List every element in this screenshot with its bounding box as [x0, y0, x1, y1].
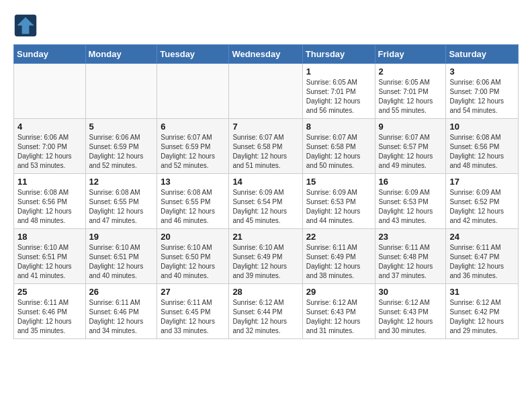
calendar-cell: 18Sunrise: 6:10 AM Sunset: 6:51 PM Dayli… [14, 229, 86, 284]
calendar-cell: 2Sunrise: 6:05 AM Sunset: 7:01 PM Daylig… [375, 64, 446, 119]
day-number: 28 [232, 287, 298, 297]
calendar-table: SundayMondayTuesdayWednesdayThursdayFrid… [13, 44, 519, 339]
calendar-cell: 24Sunrise: 6:11 AM Sunset: 6:47 PM Dayli… [446, 229, 519, 284]
day-detail: Sunrise: 6:10 AM Sunset: 6:49 PM Dayligh… [232, 243, 298, 281]
calendar-cell: 15Sunrise: 6:09 AM Sunset: 6:53 PM Dayli… [302, 174, 375, 229]
calendar-header-row: SundayMondayTuesdayWednesdayThursdayFrid… [14, 45, 519, 64]
day-detail: Sunrise: 6:06 AM Sunset: 7:00 PM Dayligh… [449, 78, 515, 116]
calendar-cell: 1Sunrise: 6:05 AM Sunset: 7:01 PM Daylig… [302, 64, 375, 119]
calendar-cell [157, 64, 229, 119]
day-detail: Sunrise: 6:09 AM Sunset: 6:53 PM Dayligh… [306, 188, 371, 226]
day-detail: Sunrise: 6:09 AM Sunset: 6:53 PM Dayligh… [379, 188, 443, 226]
calendar-cell: 13Sunrise: 6:08 AM Sunset: 6:55 PM Dayli… [157, 174, 229, 229]
day-number: 11 [17, 177, 82, 187]
calendar-cell: 16Sunrise: 6:09 AM Sunset: 6:53 PM Dayli… [375, 174, 446, 229]
calendar-cell: 8Sunrise: 6:07 AM Sunset: 6:58 PM Daylig… [302, 119, 375, 174]
calendar-cell: 31Sunrise: 6:12 AM Sunset: 6:42 PM Dayli… [446, 284, 519, 339]
day-detail: Sunrise: 6:08 AM Sunset: 6:55 PM Dayligh… [89, 188, 154, 226]
logo [13, 13, 40, 38]
calendar-cell: 9Sunrise: 6:07 AM Sunset: 6:57 PM Daylig… [375, 119, 446, 174]
calendar-cell [85, 64, 157, 119]
col-header-thursday: Thursday [302, 45, 375, 64]
calendar-cell: 14Sunrise: 6:09 AM Sunset: 6:54 PM Dayli… [229, 174, 302, 229]
day-detail: Sunrise: 6:07 AM Sunset: 6:58 PM Dayligh… [232, 133, 298, 171]
day-detail: Sunrise: 6:11 AM Sunset: 6:45 PM Dayligh… [161, 298, 225, 336]
day-detail: Sunrise: 6:05 AM Sunset: 7:01 PM Dayligh… [306, 78, 371, 116]
day-detail: Sunrise: 6:11 AM Sunset: 6:48 PM Dayligh… [379, 243, 443, 281]
day-detail: Sunrise: 6:06 AM Sunset: 7:00 PM Dayligh… [17, 133, 82, 171]
day-number: 19 [89, 232, 154, 242]
day-detail: Sunrise: 6:12 AM Sunset: 6:43 PM Dayligh… [379, 298, 443, 336]
calendar-cell: 29Sunrise: 6:12 AM Sunset: 6:43 PM Dayli… [302, 284, 375, 339]
calendar-cell: 22Sunrise: 6:11 AM Sunset: 6:49 PM Dayli… [302, 229, 375, 284]
day-number: 23 [379, 232, 443, 242]
day-number: 30 [379, 287, 443, 297]
day-detail: Sunrise: 6:06 AM Sunset: 6:59 PM Dayligh… [89, 133, 154, 171]
day-detail: Sunrise: 6:11 AM Sunset: 6:46 PM Dayligh… [17, 298, 82, 336]
col-header-wednesday: Wednesday [229, 45, 302, 64]
col-header-sunday: Sunday [14, 45, 86, 64]
day-detail: Sunrise: 6:12 AM Sunset: 6:43 PM Dayligh… [306, 298, 371, 336]
calendar-cell: 21Sunrise: 6:10 AM Sunset: 6:49 PM Dayli… [229, 229, 302, 284]
calendar-cell: 26Sunrise: 6:11 AM Sunset: 6:46 PM Dayli… [85, 284, 157, 339]
calendar-cell: 19Sunrise: 6:10 AM Sunset: 6:51 PM Dayli… [85, 229, 157, 284]
day-number: 3 [449, 66, 515, 77]
day-number: 18 [17, 232, 82, 242]
day-number: 1 [306, 66, 371, 77]
calendar-cell: 30Sunrise: 6:12 AM Sunset: 6:43 PM Dayli… [375, 284, 446, 339]
calendar-cell: 27Sunrise: 6:11 AM Sunset: 6:45 PM Dayli… [157, 284, 229, 339]
day-detail: Sunrise: 6:05 AM Sunset: 7:01 PM Dayligh… [379, 78, 443, 116]
calendar-cell [229, 64, 302, 119]
calendar-week-row: 11Sunrise: 6:08 AM Sunset: 6:56 PM Dayli… [14, 174, 519, 229]
day-number: 21 [232, 232, 298, 242]
page-header [13, 13, 519, 38]
day-detail: Sunrise: 6:11 AM Sunset: 6:47 PM Dayligh… [449, 243, 515, 281]
calendar-cell: 3Sunrise: 6:06 AM Sunset: 7:00 PM Daylig… [446, 64, 519, 119]
day-number: 20 [161, 232, 225, 242]
calendar-cell: 23Sunrise: 6:11 AM Sunset: 6:48 PM Dayli… [375, 229, 446, 284]
calendar-cell: 12Sunrise: 6:08 AM Sunset: 6:55 PM Dayli… [85, 174, 157, 229]
day-detail: Sunrise: 6:07 AM Sunset: 6:57 PM Dayligh… [379, 133, 443, 171]
day-number: 6 [161, 122, 225, 132]
day-detail: Sunrise: 6:11 AM Sunset: 6:46 PM Dayligh… [89, 298, 154, 336]
calendar-cell: 20Sunrise: 6:10 AM Sunset: 6:50 PM Dayli… [157, 229, 229, 284]
col-header-monday: Monday [85, 45, 157, 64]
day-number: 10 [449, 122, 515, 132]
day-number: 13 [161, 177, 225, 187]
day-number: 12 [89, 177, 154, 187]
col-header-tuesday: Tuesday [157, 45, 229, 64]
calendar-week-row: 1Sunrise: 6:05 AM Sunset: 7:01 PM Daylig… [14, 64, 519, 119]
calendar-cell: 10Sunrise: 6:08 AM Sunset: 6:56 PM Dayli… [446, 119, 519, 174]
day-number: 9 [379, 122, 443, 132]
day-detail: Sunrise: 6:12 AM Sunset: 6:44 PM Dayligh… [232, 298, 298, 336]
logo-icon [13, 13, 38, 38]
day-number: 17 [449, 177, 515, 187]
calendar-cell: 6Sunrise: 6:07 AM Sunset: 6:59 PM Daylig… [157, 119, 229, 174]
calendar-cell: 7Sunrise: 6:07 AM Sunset: 6:58 PM Daylig… [229, 119, 302, 174]
day-detail: Sunrise: 6:11 AM Sunset: 6:49 PM Dayligh… [306, 243, 371, 281]
day-detail: Sunrise: 6:07 AM Sunset: 6:59 PM Dayligh… [161, 133, 225, 171]
calendar-week-row: 4Sunrise: 6:06 AM Sunset: 7:00 PM Daylig… [14, 119, 519, 174]
day-number: 4 [17, 122, 82, 132]
calendar-cell: 28Sunrise: 6:12 AM Sunset: 6:44 PM Dayli… [229, 284, 302, 339]
day-number: 26 [89, 287, 154, 297]
day-number: 7 [232, 122, 298, 132]
day-detail: Sunrise: 6:12 AM Sunset: 6:42 PM Dayligh… [449, 298, 515, 336]
calendar-week-row: 25Sunrise: 6:11 AM Sunset: 6:46 PM Dayli… [14, 284, 519, 339]
day-detail: Sunrise: 6:10 AM Sunset: 6:51 PM Dayligh… [17, 243, 82, 281]
day-number: 5 [89, 122, 154, 132]
day-number: 25 [17, 287, 82, 297]
col-header-saturday: Saturday [446, 45, 519, 64]
day-number: 29 [306, 287, 371, 297]
day-detail: Sunrise: 6:10 AM Sunset: 6:50 PM Dayligh… [161, 243, 225, 281]
calendar-cell: 17Sunrise: 6:09 AM Sunset: 6:52 PM Dayli… [446, 174, 519, 229]
calendar-cell: 25Sunrise: 6:11 AM Sunset: 6:46 PM Dayli… [14, 284, 86, 339]
day-detail: Sunrise: 6:09 AM Sunset: 6:52 PM Dayligh… [449, 188, 515, 226]
day-number: 16 [379, 177, 443, 187]
day-number: 24 [449, 232, 515, 242]
day-detail: Sunrise: 6:10 AM Sunset: 6:51 PM Dayligh… [89, 243, 154, 281]
calendar-cell: 11Sunrise: 6:08 AM Sunset: 6:56 PM Dayli… [14, 174, 86, 229]
day-number: 31 [449, 287, 515, 297]
day-number: 8 [306, 122, 371, 132]
calendar-cell: 4Sunrise: 6:06 AM Sunset: 7:00 PM Daylig… [14, 119, 86, 174]
